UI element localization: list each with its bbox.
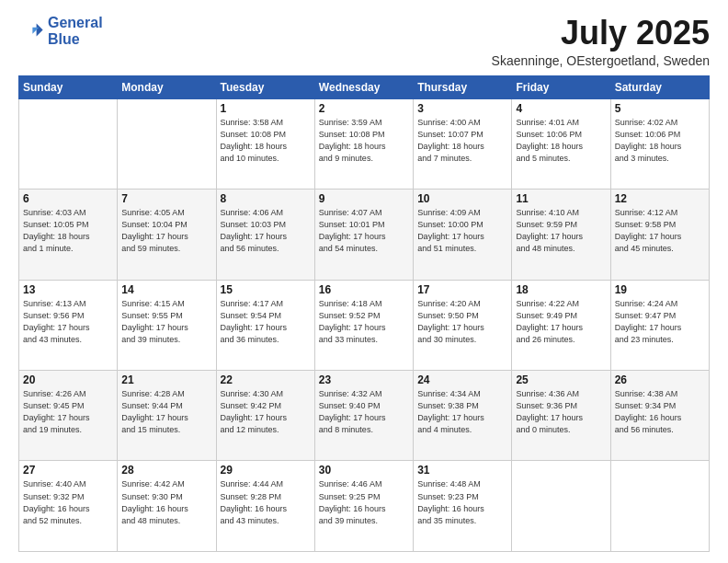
day-info: Sunrise: 4:15 AM Sunset: 9:55 PM Dayligh… [121, 298, 211, 346]
day-info: Sunrise: 4:17 AM Sunset: 9:54 PM Dayligh… [221, 298, 311, 346]
day-number: 30 [319, 464, 409, 477]
day-info: Sunrise: 4:06 AM Sunset: 10:03 PM Daylig… [221, 207, 311, 255]
title-block: July 2025 Skaenninge, OEstergoetland, Sw… [492, 15, 710, 68]
calendar-cell: 14Sunrise: 4:15 AM Sunset: 9:55 PM Dayli… [118, 280, 216, 370]
calendar-cell: 28Sunrise: 4:42 AM Sunset: 9:30 PM Dayli… [118, 461, 216, 552]
logo-line1: General [48, 15, 103, 30]
calendar-cell [512, 461, 610, 552]
day-number: 22 [221, 373, 311, 386]
day-number: 9 [319, 192, 409, 205]
calendar-cell: 18Sunrise: 4:22 AM Sunset: 9:49 PM Dayli… [512, 280, 610, 370]
day-info: Sunrise: 4:46 AM Sunset: 9:25 PM Dayligh… [319, 478, 409, 526]
day-info: Sunrise: 4:07 AM Sunset: 10:01 PM Daylig… [319, 207, 409, 255]
day-number: 23 [319, 373, 409, 386]
day-info: Sunrise: 4:28 AM Sunset: 9:44 PM Dayligh… [121, 388, 211, 436]
day-number: 19 [615, 283, 705, 296]
calendar-cell: 5Sunrise: 4:02 AM Sunset: 10:06 PM Dayli… [610, 98, 709, 189]
day-number: 10 [417, 192, 507, 205]
header: General Blue July 2025 Skaenninge, OEste… [18, 15, 710, 68]
day-info: Sunrise: 4:01 AM Sunset: 10:06 PM Daylig… [516, 117, 606, 165]
calendar-week-1: 6Sunrise: 4:03 AM Sunset: 10:05 PM Dayli… [19, 190, 710, 280]
calendar-header-row: Sunday Monday Tuesday Wednesday Thursday… [19, 75, 710, 98]
day-info: Sunrise: 4:40 AM Sunset: 9:32 PM Dayligh… [23, 478, 113, 526]
calendar-cell: 20Sunrise: 4:26 AM Sunset: 9:45 PM Dayli… [19, 371, 118, 461]
svg-marker-0 [37, 23, 43, 36]
day-number: 6 [23, 192, 113, 205]
day-info: Sunrise: 4:05 AM Sunset: 10:04 PM Daylig… [121, 207, 211, 255]
day-number: 8 [221, 192, 311, 205]
calendar-cell: 12Sunrise: 4:12 AM Sunset: 9:58 PM Dayli… [610, 190, 709, 280]
calendar-cell: 24Sunrise: 4:34 AM Sunset: 9:38 PM Dayli… [414, 371, 512, 461]
calendar-cell [118, 98, 216, 189]
day-number: 12 [615, 192, 705, 205]
calendar-cell: 26Sunrise: 4:38 AM Sunset: 9:34 PM Dayli… [610, 371, 709, 461]
month-title: July 2025 [492, 15, 710, 52]
day-number: 17 [417, 283, 507, 296]
day-info: Sunrise: 4:42 AM Sunset: 9:30 PM Dayligh… [121, 478, 211, 526]
logo-line2: Blue [48, 31, 80, 47]
calendar-cell: 23Sunrise: 4:32 AM Sunset: 9:40 PM Dayli… [314, 371, 413, 461]
calendar-cell: 17Sunrise: 4:20 AM Sunset: 9:50 PM Dayli… [414, 280, 512, 370]
calendar-cell: 31Sunrise: 4:48 AM Sunset: 9:23 PM Dayli… [414, 461, 512, 552]
day-number: 2 [319, 102, 409, 115]
day-info: Sunrise: 4:20 AM Sunset: 9:50 PM Dayligh… [417, 298, 507, 346]
day-number: 1 [221, 102, 311, 115]
calendar-cell: 8Sunrise: 4:06 AM Sunset: 10:03 PM Dayli… [216, 190, 314, 280]
day-info: Sunrise: 4:00 AM Sunset: 10:07 PM Daylig… [417, 117, 507, 165]
day-number: 15 [221, 283, 311, 296]
header-wednesday: Wednesday [314, 75, 413, 98]
page: General Blue July 2025 Skaenninge, OEste… [0, 0, 728, 563]
day-info: Sunrise: 4:24 AM Sunset: 9:47 PM Dayligh… [615, 298, 705, 346]
calendar-week-0: 1Sunrise: 3:58 AM Sunset: 10:08 PM Dayli… [19, 98, 710, 189]
calendar-cell [610, 461, 709, 552]
calendar-cell: 10Sunrise: 4:09 AM Sunset: 10:00 PM Dayl… [414, 190, 512, 280]
day-number: 20 [23, 373, 113, 386]
calendar-cell: 1Sunrise: 3:58 AM Sunset: 10:08 PM Dayli… [216, 98, 314, 189]
day-number: 18 [516, 283, 606, 296]
day-info: Sunrise: 4:30 AM Sunset: 9:42 PM Dayligh… [221, 388, 311, 436]
day-number: 11 [516, 192, 606, 205]
calendar-cell: 13Sunrise: 4:13 AM Sunset: 9:56 PM Dayli… [19, 280, 118, 370]
day-number: 29 [221, 464, 311, 477]
day-number: 5 [615, 102, 705, 115]
day-info: Sunrise: 4:34 AM Sunset: 9:38 PM Dayligh… [417, 388, 507, 436]
day-info: Sunrise: 4:10 AM Sunset: 9:59 PM Dayligh… [516, 207, 606, 255]
calendar: Sunday Monday Tuesday Wednesday Thursday… [18, 75, 710, 552]
header-friday: Friday [512, 75, 610, 98]
logo-icon [18, 18, 44, 44]
day-info: Sunrise: 4:02 AM Sunset: 10:06 PM Daylig… [615, 117, 705, 165]
day-info: Sunrise: 4:18 AM Sunset: 9:52 PM Dayligh… [319, 298, 409, 346]
calendar-cell: 22Sunrise: 4:30 AM Sunset: 9:42 PM Dayli… [216, 371, 314, 461]
header-thursday: Thursday [414, 75, 512, 98]
day-info: Sunrise: 4:32 AM Sunset: 9:40 PM Dayligh… [319, 388, 409, 436]
day-number: 16 [319, 283, 409, 296]
calendar-cell: 29Sunrise: 4:44 AM Sunset: 9:28 PM Dayli… [216, 461, 314, 552]
header-sunday: Sunday [19, 75, 118, 98]
calendar-cell: 2Sunrise: 3:59 AM Sunset: 10:08 PM Dayli… [314, 98, 413, 189]
day-info: Sunrise: 3:58 AM Sunset: 10:08 PM Daylig… [221, 117, 311, 165]
day-number: 3 [417, 102, 507, 115]
calendar-week-3: 20Sunrise: 4:26 AM Sunset: 9:45 PM Dayli… [19, 371, 710, 461]
calendar-cell: 21Sunrise: 4:28 AM Sunset: 9:44 PM Dayli… [118, 371, 216, 461]
day-number: 24 [417, 373, 507, 386]
header-monday: Monday [118, 75, 216, 98]
day-info: Sunrise: 4:13 AM Sunset: 9:56 PM Dayligh… [23, 298, 113, 346]
day-number: 28 [121, 464, 211, 477]
day-info: Sunrise: 4:48 AM Sunset: 9:23 PM Dayligh… [417, 478, 507, 526]
header-tuesday: Tuesday [216, 75, 314, 98]
day-info: Sunrise: 4:38 AM Sunset: 9:34 PM Dayligh… [615, 388, 705, 436]
day-info: Sunrise: 4:26 AM Sunset: 9:45 PM Dayligh… [23, 388, 113, 436]
day-number: 27 [23, 464, 113, 477]
calendar-cell: 30Sunrise: 4:46 AM Sunset: 9:25 PM Dayli… [314, 461, 413, 552]
header-saturday: Saturday [610, 75, 709, 98]
day-number: 31 [417, 464, 507, 477]
day-number: 7 [121, 192, 211, 205]
day-info: Sunrise: 4:12 AM Sunset: 9:58 PM Dayligh… [615, 207, 705, 255]
day-info: Sunrise: 4:36 AM Sunset: 9:36 PM Dayligh… [516, 388, 606, 436]
day-number: 14 [121, 283, 211, 296]
logo-text: General Blue [48, 15, 103, 47]
day-number: 25 [516, 373, 606, 386]
day-info: Sunrise: 4:09 AM Sunset: 10:00 PM Daylig… [417, 207, 507, 255]
logo: General Blue [18, 15, 103, 47]
calendar-cell: 19Sunrise: 4:24 AM Sunset: 9:47 PM Dayli… [610, 280, 709, 370]
